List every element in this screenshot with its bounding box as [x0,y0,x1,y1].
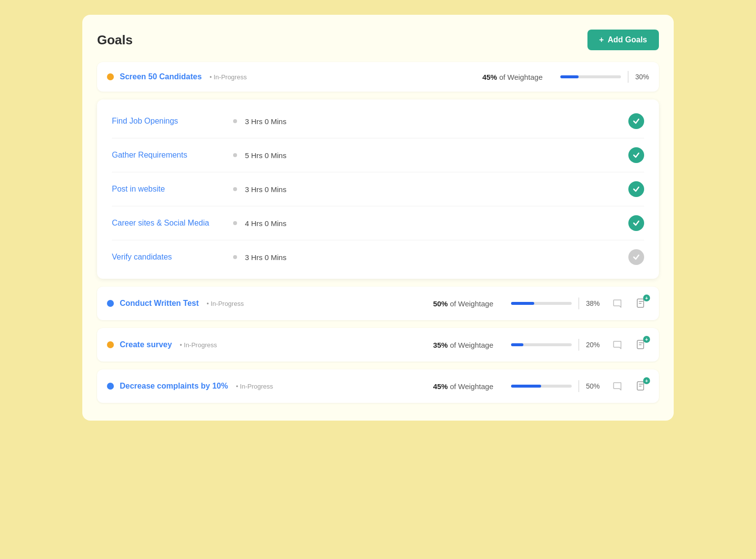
comment-icon-create-survey[interactable] [611,338,624,352]
comment-icon-decrease-complaints[interactable] [611,379,624,393]
plus-badge-decrease-complaints: + [643,377,650,384]
goals-container: Goals + Add Goals Screen 50 Candidates I… [82,15,674,421]
subtask-row-gather-requirements: Gather Requirements 5 Hrs 0 Mins [112,138,644,172]
progress-pct-decrease-complaints: 50% [586,382,600,390]
subtask-dot [233,255,237,259]
subtask-name-gather-requirements[interactable]: Gather Requirements [112,151,225,160]
progress-pct-conduct-written-test: 38% [586,299,600,307]
check-complete-post-in-website [628,181,644,197]
add-doc-icon-create-survey[interactable]: + [633,337,649,353]
subtask-name-find-job-openings[interactable]: Find Job Openings [112,117,225,126]
goal-row-decrease-complaints: Decrease complaints by 10% In-Progress 4… [97,369,659,403]
goal-name-conduct-written-test[interactable]: Conduct Written Test [120,299,199,308]
goal-weightage-screen-candidates: 45% of Weightage [482,73,543,81]
goal-row-screen-candidates: Screen 50 Candidates In-Progress 45% of … [97,62,659,92]
goal-card-conduct-written-test: Conduct Written Test In-Progress 50% of … [97,287,659,320]
subtask-dot [233,153,237,157]
check-complete-gather-requirements [628,147,644,163]
goal-name-create-survey[interactable]: Create survey [120,340,172,349]
goal-card-decrease-complaints: Decrease complaints by 10% In-Progress 4… [97,369,659,403]
subtask-row-post-in-website: Post in website 3 Hrs 0 Mins [112,172,644,206]
goal-weightage-create-survey: 35% of Weightage [433,341,493,349]
subtask-row-find-job-openings: Find Job Openings 3 Hrs 0 Mins [112,104,644,138]
goals-header: Goals + Add Goals [97,30,659,50]
goal-status-create-survey: In-Progress [180,341,217,349]
progress-bar-conduct-written-test: 38% [511,297,600,309]
progress-pct-create-survey: 20% [586,341,600,349]
goal-dot-orange-survey [107,341,114,348]
plus-badge-create-survey: + [643,336,650,343]
subtask-time-post-in-website: 3 Hrs 0 Mins [245,185,286,194]
goal-dot-blue-complaints [107,383,114,390]
page-title: Goals [97,33,133,48]
comment-icon-conduct-written-test[interactable] [611,296,624,310]
add-doc-icon-conduct-written-test[interactable]: + [633,296,649,311]
check-incomplete-verify-candidates [628,249,644,265]
progress-fill-decrease-complaints [511,385,541,388]
check-complete-find-job-openings [628,113,644,129]
goal-status-conduct-written-test: In-Progress [206,300,243,307]
subtask-time-find-job-openings: 3 Hrs 0 Mins [245,117,286,126]
check-complete-career-sites [628,215,644,231]
subtask-name-post-in-website[interactable]: Post in website [112,185,225,194]
subtask-name-verify-candidates[interactable]: Verify candidates [112,253,225,262]
goal-name-decrease-complaints[interactable]: Decrease complaints by 10% [120,382,228,391]
subtask-time-verify-candidates: 3 Hrs 0 Mins [245,253,286,262]
subtasks-screen-candidates: Find Job Openings 3 Hrs 0 Mins Gather Re… [97,99,659,279]
goal-card-create-survey: Create survey In-Progress 35% of Weighta… [97,328,659,362]
goal-row-conduct-written-test: Conduct Written Test In-Progress 50% of … [97,287,659,320]
goal-dot-orange [107,73,114,80]
goal-card-screen-candidates: Screen 50 Candidates In-Progress 45% of … [97,62,659,92]
plus-badge-conduct-written-test: + [643,295,650,301]
subtask-row-career-sites: Career sites & Social Media 4 Hrs 0 Mins [112,206,644,240]
subtask-dot [233,221,237,225]
goal-status-screen-candidates: In-Progress [209,73,246,81]
goal-dot-blue [107,300,114,307]
progress-fill-screen-candidates [560,75,579,78]
goal-row-create-survey: Create survey In-Progress 35% of Weighta… [97,328,659,362]
subtask-dot [233,187,237,191]
subtask-row-verify-candidates: Verify candidates 3 Hrs 0 Mins [112,240,644,274]
add-doc-icon-decrease-complaints[interactable]: + [633,378,649,394]
subtask-time-career-sites: 4 Hrs 0 Mins [245,219,286,228]
goal-weightage-conduct-written-test: 50% of Weightage [433,299,493,308]
goal-name-screen-candidates[interactable]: Screen 50 Candidates [120,72,202,81]
add-goals-button[interactable]: + Add Goals [587,30,659,50]
progress-bar-create-survey: 20% [511,339,600,351]
progress-bar-screen-candidates: 30% [560,71,649,83]
goal-weightage-decrease-complaints: 45% of Weightage [433,382,493,391]
subtask-dot [233,119,237,123]
subtask-name-career-sites[interactable]: Career sites & Social Media [112,219,225,228]
subtask-time-gather-requirements: 5 Hrs 0 Mins [245,151,286,160]
progress-pct-screen-candidates: 30% [635,73,649,81]
progress-bar-decrease-complaints: 50% [511,380,600,392]
goal-status-decrease-complaints: In-Progress [236,383,273,390]
progress-fill-conduct-written-test [511,302,534,305]
progress-fill-create-survey [511,343,523,346]
plus-icon: + [599,35,604,44]
